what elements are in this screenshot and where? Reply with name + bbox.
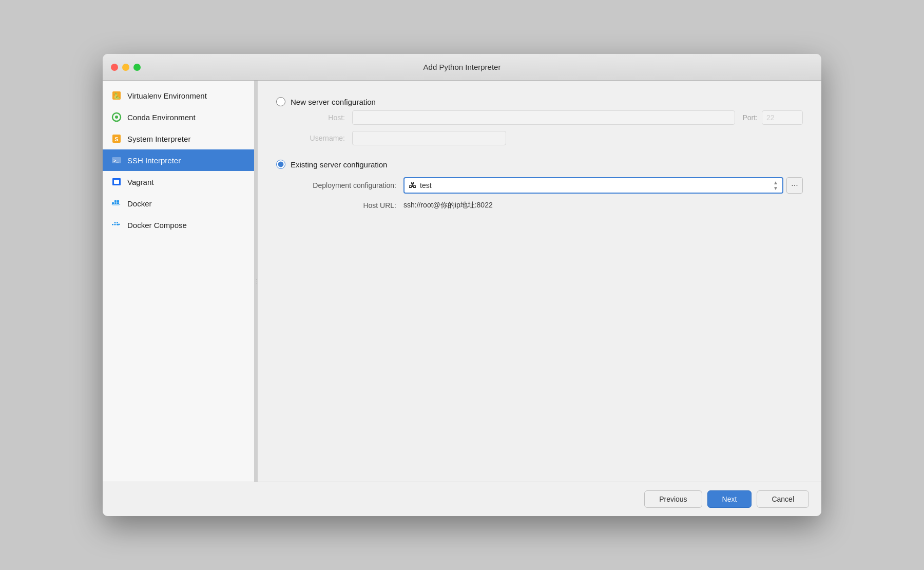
host-label: Host: (291, 113, 352, 122)
svg-rect-13 (114, 200, 117, 202)
deployment-value-icon: 🖧 (409, 181, 417, 190)
vagrant-icon (111, 176, 122, 187)
sidebar-item-docker-compose[interactable]: Docker Compose (103, 214, 254, 236)
docker-icon (111, 198, 122, 209)
previous-button[interactable]: Previous (644, 490, 702, 508)
svg-text:S: S (114, 136, 118, 142)
system-icon: S (111, 133, 122, 144)
deployment-value-text: test (420, 181, 432, 189)
main-content: New server configuration Host: Port: 22 … (258, 81, 821, 482)
new-server-radio[interactable] (276, 97, 285, 106)
port-label: Port: (742, 113, 758, 122)
deployment-select-wrapper[interactable]: 🖧 test ▲ ▼ (403, 177, 783, 194)
sidebar-item-docker[interactable]: Docker (103, 193, 254, 214)
close-button[interactable] (111, 64, 118, 71)
select-arrows-icon: ▲ ▼ (773, 180, 778, 191)
sidebar-item-vagrant[interactable]: Vagrant (103, 171, 254, 193)
deployment-config-label: Deployment configuration: (291, 181, 403, 189)
sidebar-item-system[interactable]: S System Interpreter (103, 128, 254, 149)
svg-rect-16 (114, 224, 116, 225)
host-url-value: ssh://root@你的ip地址:8022 (403, 201, 493, 210)
svg-rect-10 (112, 202, 114, 204)
dialog-footer: Previous Next Cancel (103, 482, 821, 516)
host-row: Host: Port: 22 (291, 110, 803, 125)
minimize-button[interactable] (122, 64, 129, 71)
new-server-section: New server configuration Host: Port: 22 … (276, 97, 803, 145)
sidebar-item-label-conda: Conda Environment (127, 113, 196, 122)
deployment-row: Deployment configuration: 🖧 test ▲ ▼ ··· (291, 177, 803, 194)
existing-server-form: Deployment configuration: 🖧 test ▲ ▼ ··· (291, 177, 803, 210)
svg-rect-14 (117, 200, 119, 202)
existing-server-radio-option[interactable]: Existing server configuration (276, 160, 803, 169)
cancel-button[interactable]: Cancel (757, 490, 809, 508)
add-python-interpreter-dialog: Add Python Interpreter 🐍 Virtualenv Envi… (103, 54, 821, 516)
username-label: Username: (291, 134, 352, 142)
sidebar-item-label-system: System Interpreter (127, 135, 190, 143)
sidebar-item-label-ssh: SSH Interpreter (127, 156, 181, 165)
host-input[interactable] (352, 110, 735, 125)
sidebar-item-label-docker: Docker (127, 199, 152, 208)
new-server-form: Host: Port: 22 Username: (291, 110, 803, 145)
next-button[interactable]: Next (707, 490, 752, 508)
svg-rect-18 (114, 222, 116, 224)
conda-icon (111, 111, 122, 123)
host-url-row: Host URL: ssh://root@你的ip地址:8022 (291, 201, 803, 210)
svg-point-3 (115, 116, 118, 119)
svg-rect-15 (112, 224, 113, 225)
existing-server-section: Existing server configuration Deployment… (276, 160, 803, 210)
username-row: Username: (291, 131, 803, 145)
username-input[interactable] (352, 131, 506, 145)
port-input[interactable]: 22 (762, 110, 803, 125)
docker-compose-icon (111, 219, 122, 231)
svg-text:🐍: 🐍 (113, 92, 121, 100)
sidebar-item-label-docker-compose: Docker Compose (127, 221, 187, 230)
dialog-body: 🐍 Virtualenv Environment Conda Environme… (103, 81, 821, 482)
svg-rect-11 (114, 202, 117, 204)
maximize-button[interactable] (133, 64, 141, 71)
svg-rect-12 (117, 202, 119, 204)
sidebar-item-label-virtualenv: Virtualenv Environment (127, 91, 207, 100)
browse-button[interactable]: ··· (786, 177, 803, 194)
new-server-radio-option[interactable]: New server configuration (276, 97, 803, 106)
window-controls (111, 64, 141, 71)
dialog-title: Add Python Interpreter (424, 63, 501, 71)
sidebar-item-virtualenv[interactable]: 🐍 Virtualenv Environment (103, 85, 254, 106)
svg-rect-19 (117, 222, 118, 224)
ssh-icon: >_ (111, 155, 122, 166)
title-bar: Add Python Interpreter (103, 54, 821, 81)
new-server-label: New server configuration (291, 98, 376, 106)
host-url-label: Host URL: (291, 201, 403, 210)
svg-text:>_: >_ (113, 158, 119, 163)
virtualenv-icon: 🐍 (111, 90, 122, 101)
sidebar-item-label-vagrant: Vagrant (127, 178, 153, 186)
existing-server-label: Existing server configuration (291, 160, 387, 169)
sidebar-item-ssh[interactable]: >_ SSH Interpreter (103, 149, 254, 171)
existing-server-radio[interactable] (276, 160, 285, 169)
ellipsis-icon: ··· (791, 181, 798, 190)
sidebar-item-conda[interactable]: Conda Environment (103, 106, 254, 128)
sidebar: 🐍 Virtualenv Environment Conda Environme… (103, 81, 255, 482)
svg-rect-9 (114, 180, 119, 184)
